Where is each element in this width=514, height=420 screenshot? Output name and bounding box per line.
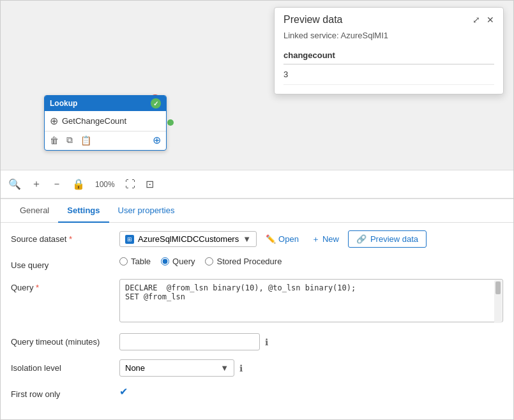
lookup-node-header-label: Lookup <box>50 99 77 108</box>
preview-panel-title: Preview data <box>283 14 343 26</box>
preview-cell-value: 3 <box>283 64 494 85</box>
use-query-controls: Table Query Stored Procedure <box>119 257 503 266</box>
preview-table: changecount 3 <box>283 47 494 85</box>
radio-query-input[interactable] <box>161 257 169 266</box>
use-query-label: Use query <box>11 257 113 270</box>
query-timeout-row: Query timeout (minutes) ℹ <box>11 333 503 350</box>
query-textarea[interactable] <box>119 279 503 322</box>
source-dataset-controls: ⊞ AzureSqlMICDCCustomers ▼ ✏️ Open ＋ New… <box>119 230 503 248</box>
query-timeout-info-icon[interactable]: ℹ <box>265 337 268 347</box>
lookup-node-header: Lookup ✓ <box>45 96 166 111</box>
pencil-icon: ✏️ <box>266 234 276 244</box>
first-row-only-checkbox[interactable]: ✔ <box>119 386 128 398</box>
lookup-node-actions: 🗑 ⧉ 📋 ⊕ <box>45 131 166 150</box>
isolation-level-dropdown[interactable]: None ▼ <box>119 359 234 377</box>
textarea-scrollbar-thumb <box>495 281 501 294</box>
select-icon[interactable]: ⊡ <box>146 178 154 190</box>
open-button[interactable]: ✏️ Open <box>262 232 303 246</box>
preview-row: 3 <box>283 64 494 85</box>
query-row: Query * <box>11 279 503 324</box>
lookup-search-icon: ⊕ <box>50 115 58 127</box>
tab-general[interactable]: General <box>11 199 58 223</box>
lookup-node-body: ⊕ GetChangeCount <box>45 111 166 131</box>
radio-group: Table Query Stored Procedure <box>119 257 282 266</box>
radio-query[interactable]: Query <box>161 257 195 266</box>
preview-panel: Preview data ⤢ ✕ Linked service: AzureSq… <box>274 7 504 94</box>
isolation-level-row: Isolation level None ▼ ℹ <box>11 359 503 377</box>
plus-icon: ＋ <box>312 234 320 245</box>
preview-data-button[interactable]: 🔗 Preview data <box>348 230 427 248</box>
query-timeout-input[interactable] <box>119 333 260 350</box>
fit-screen-icon[interactable]: ⛶ <box>125 179 135 190</box>
canvas-area: Lookup ✓ ⊕ GetChangeCount 🗑 ⧉ 📋 ⊕ Previe… <box>1 1 513 199</box>
query-controls <box>119 279 503 324</box>
new-button[interactable]: ＋ New <box>308 231 343 248</box>
query-timeout-controls: ℹ <box>119 333 503 350</box>
radio-stored-procedure[interactable]: Stored Procedure <box>205 257 282 266</box>
tabs-row: General Settings User properties <box>1 199 513 223</box>
first-row-only-row: First row only ✔ <box>11 386 503 399</box>
use-query-row: Use query Table Query Stored <box>11 257 503 270</box>
source-dataset-value: AzureSqlMICDCCustomers <box>138 234 239 244</box>
dataset-db-icon: ⊞ <box>125 235 134 244</box>
canvas-toolbar: 🔍 ＋ － 🔒 100% ⛶ ⊡ <box>1 170 513 198</box>
radio-table-input[interactable] <box>119 257 128 266</box>
zoom-label: 100% <box>95 180 115 189</box>
query-timeout-label: Query timeout (minutes) <box>11 333 113 347</box>
lookup-add-icon[interactable]: ⊕ <box>153 134 161 146</box>
main-container: Lookup ✓ ⊕ GetChangeCount 🗑 ⧉ 📋 ⊕ Previe… <box>0 0 514 420</box>
minus-icon[interactable]: － <box>52 177 62 191</box>
isolation-dropdown-arrow-icon: ▼ <box>220 363 229 373</box>
lookup-delete-icon[interactable]: 🗑 <box>50 135 59 146</box>
preview-close-icon[interactable]: ✕ <box>487 15 494 25</box>
preview-icon: 🔗 <box>356 234 367 244</box>
first-row-only-controls: ✔ <box>119 386 503 398</box>
isolation-level-value: None <box>125 363 145 373</box>
search-icon[interactable]: 🔍 <box>8 178 21 190</box>
lookup-duplicate-icon[interactable]: 📋 <box>80 135 91 146</box>
settings-content: Source dataset * ⊞ AzureSqlMICDCCustomer… <box>1 223 513 416</box>
lookup-copy-icon[interactable]: ⧉ <box>66 135 73 146</box>
preview-panel-header: Preview data ⤢ ✕ <box>275 8 503 29</box>
preview-expand-icon[interactable]: ⤢ <box>472 15 480 25</box>
dropdown-arrow-icon: ▼ <box>243 234 251 244</box>
lookup-node-name: GetChangeCount <box>62 116 126 126</box>
source-dataset-dropdown[interactable]: ⊞ AzureSqlMICDCCustomers ▼ <box>119 231 257 247</box>
isolation-level-controls: None ▼ ℹ <box>119 359 503 377</box>
textarea-scrollbar[interactable] <box>494 280 502 323</box>
settings-panel: General Settings User properties Source … <box>1 199 513 419</box>
lock-icon[interactable]: 🔒 <box>72 178 85 190</box>
lookup-node[interactable]: Lookup ✓ ⊕ GetChangeCount 🗑 ⧉ 📋 ⊕ <box>44 95 167 151</box>
preview-panel-icons: ⤢ ✕ <box>472 15 494 25</box>
radio-table[interactable]: Table <box>119 257 151 266</box>
source-dataset-label: Source dataset * <box>11 230 113 244</box>
preview-table-container: changecount 3 <box>275 47 503 94</box>
preview-linked-service: Linked service: AzureSqlMI1 <box>275 29 503 47</box>
add-icon[interactable]: ＋ <box>31 177 42 191</box>
radio-sp-input[interactable] <box>205 257 213 266</box>
first-row-only-label: First row only <box>11 386 113 399</box>
tab-settings[interactable]: Settings <box>58 199 109 223</box>
isolation-level-info-icon[interactable]: ℹ <box>239 363 243 373</box>
isolation-level-label: Isolation level <box>11 359 113 373</box>
tab-user-properties[interactable]: User properties <box>109 199 184 223</box>
query-textarea-container <box>119 279 503 324</box>
green-dot-indicator <box>167 119 174 126</box>
lookup-node-check-icon: ✓ <box>151 98 161 109</box>
preview-col-changecount: changecount <box>283 47 494 64</box>
source-dataset-row: Source dataset * ⊞ AzureSqlMICDCCustomer… <box>11 230 503 248</box>
query-label: Query * <box>11 279 113 292</box>
